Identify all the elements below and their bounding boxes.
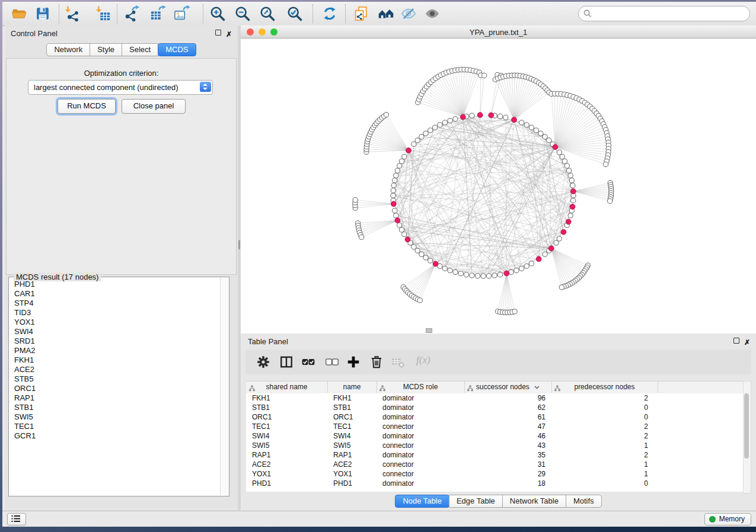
table-row[interactable]: FKH1FKH1dominator962 <box>246 393 744 403</box>
table-row[interactable]: PHD1PHD1dominator180 <box>246 479 744 488</box>
table-mode-icon[interactable] <box>279 355 294 369</box>
canvas-grip-icon[interactable] <box>426 328 432 333</box>
table-row[interactable]: SWI4SWI4dominator462 <box>246 431 744 441</box>
save-session-icon[interactable] <box>34 5 51 22</box>
column-header-mcds-role[interactable]: MCDS role <box>377 382 465 393</box>
network-titlebar: YPA_prune.txt_1 <box>241 25 756 39</box>
table-row[interactable]: TEC1TEC1connector472 <box>246 422 744 431</box>
tab-motifs[interactable]: Motifs <box>566 495 602 508</box>
table-row[interactable]: RAP1RAP1dominator352 <box>246 450 744 460</box>
table-cell: STB1 <box>246 403 333 412</box>
close-table-panel-icon[interactable]: ✗ <box>744 338 750 344</box>
deselect-all-icon[interactable] <box>325 355 339 369</box>
export-network-icon[interactable] <box>123 5 140 22</box>
search-input[interactable] <box>595 8 746 20</box>
column-header-filler <box>658 382 744 393</box>
zoom-fit-icon[interactable] <box>259 5 276 22</box>
run-mcds-button[interactable]: Run MCDS <box>58 99 116 114</box>
select-all-icon[interactable] <box>301 355 315 369</box>
mcds-result-item[interactable]: PHD1 <box>9 280 218 289</box>
show-all-icon[interactable] <box>424 5 441 22</box>
main-toolbar <box>2 2 756 26</box>
result-scrollbar[interactable] <box>220 278 228 495</box>
mcds-result-item[interactable]: SWI4 <box>9 327 218 336</box>
mcds-result-item[interactable]: TID3 <box>9 308 218 318</box>
network-graph[interactable] <box>241 39 756 334</box>
float-panel-icon[interactable] <box>215 30 221 36</box>
mcds-result-item[interactable]: PMA2 <box>9 346 218 355</box>
table-cell: 18 <box>464 479 551 488</box>
tab-select[interactable]: Select <box>122 43 158 56</box>
table-toolbar: f(x) <box>245 350 751 374</box>
column-header-name[interactable]: name <box>327 382 377 393</box>
table-panel-titlebar: Table Panel ✗ <box>241 334 756 348</box>
tab-network[interactable]: Network <box>46 43 90 56</box>
tab-style[interactable]: Style <box>90 43 122 56</box>
mcds-result-item[interactable]: ACE2 <box>9 365 218 374</box>
mcds-result-item[interactable]: GCR1 <box>9 431 218 441</box>
close-panel-button[interactable]: Close panel <box>122 99 186 114</box>
mcds-result-item[interactable]: YOX1 <box>9 318 218 327</box>
table-row[interactable]: ORC1ORC1dominator610 <box>246 412 744 422</box>
zoom-out-icon[interactable] <box>234 5 251 22</box>
mcds-result-item[interactable]: ORC1 <box>9 384 218 393</box>
add-column-icon[interactable] <box>346 355 361 369</box>
table-cell: 62 <box>464 403 551 412</box>
import-table-icon[interactable] <box>95 5 111 22</box>
column-header-successor-nodes[interactable]: successor nodes <box>464 382 552 393</box>
table-cell: 46 <box>464 431 551 441</box>
delete-column-icon[interactable] <box>369 355 384 369</box>
network-canvas[interactable] <box>241 39 756 334</box>
tab-edge-table[interactable]: Edge Table <box>449 495 503 508</box>
mcds-result-item[interactable]: SWI5 <box>9 412 218 422</box>
close-panel-icon[interactable]: ✗ <box>226 30 232 36</box>
table-row[interactable]: STB1STB1dominator620 <box>246 403 744 412</box>
open-session-icon[interactable] <box>11 5 27 22</box>
mcds-result-item[interactable]: FKH1 <box>9 355 218 365</box>
table-cell: 61 <box>464 412 551 422</box>
table-row[interactable]: SWI5SWI5connector431 <box>246 441 744 450</box>
table-scrollbar[interactable] <box>743 381 751 493</box>
hide-selected-icon[interactable] <box>400 5 417 22</box>
table-scroll-thumb[interactable] <box>744 393 749 459</box>
mcds-result-item[interactable]: SRD1 <box>9 336 218 346</box>
zoom-selected-icon[interactable] <box>286 5 303 22</box>
duplicate-network-icon[interactable] <box>353 5 369 22</box>
toolbar-separator <box>117 4 117 23</box>
zoom-in-icon[interactable] <box>209 5 226 22</box>
node-table[interactable]: FKH1FKH1dominator962STB1STB1dominator620… <box>246 393 744 492</box>
mcds-result-item[interactable]: STB5 <box>9 374 218 384</box>
table-cell: RAP1 <box>246 450 333 460</box>
memory-button[interactable]: Memory <box>704 513 751 525</box>
show-panels-button[interactable] <box>7 513 26 525</box>
mcds-result-item[interactable]: STP4 <box>9 299 218 308</box>
criterion-select[interactable]: largest connected component (undirected) <box>28 80 213 95</box>
mcds-result-item[interactable]: RAP1 <box>9 393 218 403</box>
export-image-icon[interactable] <box>173 5 190 22</box>
table-cell: YOX1 <box>246 469 333 479</box>
table-row[interactable]: YOX1YOX1connector291 <box>246 469 744 479</box>
table-cell: 1 <box>551 460 653 469</box>
refresh-icon[interactable] <box>321 5 338 22</box>
table-row[interactable]: ACE2ACE2connector311 <box>246 460 744 469</box>
network-title: YPA_prune.txt_1 <box>241 28 756 37</box>
column-header-predecessor-nodes[interactable]: predecessor nodes <box>551 382 658 393</box>
export-table-icon[interactable] <box>149 5 166 22</box>
float-table-panel-icon[interactable] <box>733 338 739 344</box>
tab-network-table[interactable]: Network Table <box>502 495 566 508</box>
sort-descending-icon <box>534 386 540 389</box>
import-network-icon[interactable] <box>64 5 81 22</box>
mcds-panel: Optimization criterion: largest connecte… <box>6 58 237 275</box>
table-settings-icon[interactable] <box>256 355 270 369</box>
table-cell: 0 <box>551 479 653 488</box>
mcds-result-item[interactable]: STB1 <box>9 403 218 412</box>
column-header-shared-name[interactable]: shared name <box>246 382 328 393</box>
tab-mcds[interactable]: MCDS <box>158 43 196 56</box>
toolbar-separator <box>59 4 59 23</box>
tab-node-table[interactable]: Node Table <box>395 495 449 508</box>
mcds-result-item[interactable]: TEC1 <box>9 422 218 431</box>
mcds-result-item[interactable]: CAR1 <box>9 289 218 299</box>
table-cell: 2 <box>551 393 653 403</box>
first-neighbors-icon[interactable] <box>378 5 394 22</box>
mcds-result-list[interactable]: PHD1CAR1STP4TID3YOX1SWI4SRD1PMA2FKH1ACE2… <box>9 280 218 493</box>
